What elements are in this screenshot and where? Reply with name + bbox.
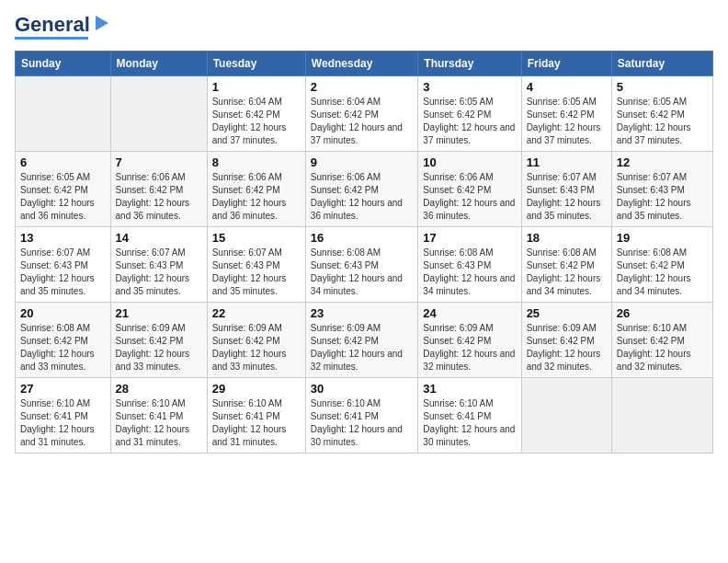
week-row-1: 1Sunrise: 6:04 AM Sunset: 6:42 PM Daylig… xyxy=(16,76,713,152)
day-info: Sunrise: 6:10 AM Sunset: 6:41 PM Dayligh… xyxy=(423,397,516,449)
day-number: 30 xyxy=(311,382,414,396)
day-info: Sunrise: 6:10 AM Sunset: 6:41 PM Dayligh… xyxy=(20,397,106,449)
day-number: 8 xyxy=(212,155,301,169)
day-info: Sunrise: 6:08 AM Sunset: 6:42 PM Dayligh… xyxy=(20,322,106,373)
day-cell: 20Sunrise: 6:08 AM Sunset: 6:42 PM Dayli… xyxy=(16,303,111,378)
day-cell xyxy=(611,378,712,454)
day-cell: 19Sunrise: 6:08 AM Sunset: 6:42 PM Dayli… xyxy=(611,227,712,303)
day-number: 31 xyxy=(423,382,516,396)
day-number: 27 xyxy=(20,382,106,396)
day-cell: 12Sunrise: 6:07 AM Sunset: 6:43 PM Dayli… xyxy=(611,152,712,227)
day-info: Sunrise: 6:07 AM Sunset: 6:43 PM Dayligh… xyxy=(20,247,106,298)
day-info: Sunrise: 6:08 AM Sunset: 6:42 PM Dayligh… xyxy=(527,247,607,298)
day-cell: 26Sunrise: 6:10 AM Sunset: 6:42 PM Dayli… xyxy=(611,303,712,378)
logo-text: General xyxy=(15,15,90,35)
page-header: General xyxy=(15,15,713,40)
header-monday: Monday xyxy=(110,52,207,76)
day-cell: 15Sunrise: 6:07 AM Sunset: 6:43 PM Dayli… xyxy=(207,227,305,303)
day-info: Sunrise: 6:07 AM Sunset: 6:43 PM Dayligh… xyxy=(212,247,301,298)
day-info: Sunrise: 6:06 AM Sunset: 6:42 PM Dayligh… xyxy=(311,171,414,223)
day-cell: 22Sunrise: 6:09 AM Sunset: 6:42 PM Dayli… xyxy=(207,303,305,378)
day-cell: 9Sunrise: 6:06 AM Sunset: 6:42 PM Daylig… xyxy=(305,152,418,227)
day-cell: 7Sunrise: 6:06 AM Sunset: 6:42 PM Daylig… xyxy=(110,152,207,227)
day-cell: 18Sunrise: 6:08 AM Sunset: 6:42 PM Dayli… xyxy=(521,227,611,303)
day-number: 7 xyxy=(116,155,202,169)
day-number: 4 xyxy=(527,80,607,94)
day-cell: 28Sunrise: 6:10 AM Sunset: 6:41 PM Dayli… xyxy=(110,378,207,454)
day-number: 10 xyxy=(423,155,516,169)
day-cell: 10Sunrise: 6:06 AM Sunset: 6:42 PM Dayli… xyxy=(418,152,521,227)
day-info: Sunrise: 6:09 AM Sunset: 6:42 PM Dayligh… xyxy=(116,322,202,373)
day-number: 23 xyxy=(311,306,414,320)
week-row-5: 27Sunrise: 6:10 AM Sunset: 6:41 PM Dayli… xyxy=(16,378,713,454)
day-number: 24 xyxy=(423,306,516,320)
day-number: 19 xyxy=(617,231,708,245)
day-info: Sunrise: 6:10 AM Sunset: 6:41 PM Dayligh… xyxy=(212,397,301,449)
day-info: Sunrise: 6:08 AM Sunset: 6:43 PM Dayligh… xyxy=(423,247,516,298)
day-number: 29 xyxy=(212,382,301,396)
svg-marker-0 xyxy=(96,16,108,30)
day-cell: 30Sunrise: 6:10 AM Sunset: 6:41 PM Dayli… xyxy=(305,378,418,454)
day-number: 3 xyxy=(423,80,516,94)
day-number: 15 xyxy=(212,231,301,245)
day-info: Sunrise: 6:10 AM Sunset: 6:41 PM Dayligh… xyxy=(311,397,414,449)
day-info: Sunrise: 6:05 AM Sunset: 6:42 PM Dayligh… xyxy=(423,96,516,147)
day-cell: 4Sunrise: 6:05 AM Sunset: 6:42 PM Daylig… xyxy=(521,76,611,152)
day-info: Sunrise: 6:09 AM Sunset: 6:42 PM Dayligh… xyxy=(423,322,516,373)
day-number: 13 xyxy=(20,231,106,245)
day-info: Sunrise: 6:08 AM Sunset: 6:42 PM Dayligh… xyxy=(617,247,708,298)
day-cell: 31Sunrise: 6:10 AM Sunset: 6:41 PM Dayli… xyxy=(418,378,521,454)
logo-arrow-icon xyxy=(92,14,110,32)
day-info: Sunrise: 6:07 AM Sunset: 6:43 PM Dayligh… xyxy=(617,171,708,223)
day-number: 6 xyxy=(20,155,106,169)
day-cell xyxy=(521,378,611,454)
day-info: Sunrise: 6:04 AM Sunset: 6:42 PM Dayligh… xyxy=(212,96,301,147)
day-info: Sunrise: 6:05 AM Sunset: 6:42 PM Dayligh… xyxy=(617,96,708,147)
header-saturday: Saturday xyxy=(611,52,712,76)
day-number: 1 xyxy=(212,80,301,94)
header-sunday: Sunday xyxy=(16,52,111,76)
day-number: 16 xyxy=(311,231,414,245)
day-number: 5 xyxy=(617,80,708,94)
day-cell: 13Sunrise: 6:07 AM Sunset: 6:43 PM Dayli… xyxy=(16,227,111,303)
day-number: 9 xyxy=(311,155,414,169)
day-number: 21 xyxy=(116,306,202,320)
header-friday: Friday xyxy=(521,52,611,76)
day-number: 26 xyxy=(617,306,708,320)
header-thursday: Thursday xyxy=(418,52,521,76)
day-info: Sunrise: 6:06 AM Sunset: 6:42 PM Dayligh… xyxy=(116,171,202,223)
day-cell: 21Sunrise: 6:09 AM Sunset: 6:42 PM Dayli… xyxy=(110,303,207,378)
day-number: 11 xyxy=(527,155,607,169)
logo: General xyxy=(15,15,110,40)
header-wednesday: Wednesday xyxy=(305,52,418,76)
day-info: Sunrise: 6:07 AM Sunset: 6:43 PM Dayligh… xyxy=(116,247,202,298)
day-info: Sunrise: 6:10 AM Sunset: 6:42 PM Dayligh… xyxy=(617,322,708,373)
day-cell: 3Sunrise: 6:05 AM Sunset: 6:42 PM Daylig… xyxy=(418,76,521,152)
day-info: Sunrise: 6:06 AM Sunset: 6:42 PM Dayligh… xyxy=(423,171,516,223)
day-info: Sunrise: 6:04 AM Sunset: 6:42 PM Dayligh… xyxy=(311,96,414,147)
day-cell xyxy=(16,76,111,152)
day-number: 17 xyxy=(423,231,516,245)
day-number: 14 xyxy=(116,231,202,245)
day-info: Sunrise: 6:09 AM Sunset: 6:42 PM Dayligh… xyxy=(311,322,414,373)
day-number: 12 xyxy=(617,155,708,169)
day-cell: 1Sunrise: 6:04 AM Sunset: 6:42 PM Daylig… xyxy=(207,76,305,152)
day-info: Sunrise: 6:05 AM Sunset: 6:42 PM Dayligh… xyxy=(527,96,607,147)
day-cell: 25Sunrise: 6:09 AM Sunset: 6:42 PM Dayli… xyxy=(521,303,611,378)
week-row-2: 6Sunrise: 6:05 AM Sunset: 6:42 PM Daylig… xyxy=(16,152,713,227)
day-cell: 5Sunrise: 6:05 AM Sunset: 6:42 PM Daylig… xyxy=(611,76,712,152)
calendar-table: SundayMondayTuesdayWednesdayThursdayFrid… xyxy=(15,51,713,454)
day-cell: 24Sunrise: 6:09 AM Sunset: 6:42 PM Dayli… xyxy=(418,303,521,378)
day-cell xyxy=(110,76,207,152)
day-info: Sunrise: 6:06 AM Sunset: 6:42 PM Dayligh… xyxy=(212,171,301,223)
day-number: 18 xyxy=(527,231,607,245)
week-row-3: 13Sunrise: 6:07 AM Sunset: 6:43 PM Dayli… xyxy=(16,227,713,303)
day-cell: 2Sunrise: 6:04 AM Sunset: 6:42 PM Daylig… xyxy=(305,76,418,152)
day-cell: 14Sunrise: 6:07 AM Sunset: 6:43 PM Dayli… xyxy=(110,227,207,303)
day-info: Sunrise: 6:08 AM Sunset: 6:43 PM Dayligh… xyxy=(311,247,414,298)
calendar-header-row: SundayMondayTuesdayWednesdayThursdayFrid… xyxy=(16,52,713,76)
day-cell: 16Sunrise: 6:08 AM Sunset: 6:43 PM Dayli… xyxy=(305,227,418,303)
day-info: Sunrise: 6:10 AM Sunset: 6:41 PM Dayligh… xyxy=(116,397,202,449)
day-cell: 8Sunrise: 6:06 AM Sunset: 6:42 PM Daylig… xyxy=(207,152,305,227)
day-number: 22 xyxy=(212,306,301,320)
